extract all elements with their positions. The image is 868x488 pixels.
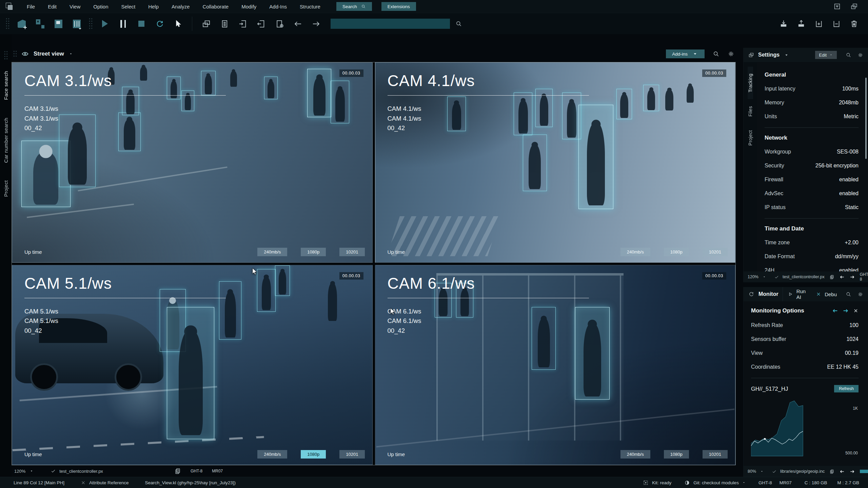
tab-debug[interactable]: Debu: [816, 287, 842, 301]
forward-arrow-icon[interactable]: [850, 469, 855, 474]
camera-feed-cam5[interactable]: CAM 5.1/ws CAM 5.1/ws CAM 5.1/ws 00_42 0…: [12, 265, 373, 465]
addins-button[interactable]: Add-ins: [666, 49, 705, 58]
trash-icon[interactable]: [850, 19, 859, 28]
remove-box-icon[interactable]: [832, 19, 841, 28]
menu-view[interactable]: View: [63, 4, 87, 9]
camera-feed-cam3[interactable]: CAM 3.1/ws CAM 3.1/ws CAM 3.1/ws 00_42 0…: [12, 62, 373, 263]
toolbar-drag-handle-2[interactable]: [88, 18, 93, 30]
settings-gear-icon[interactable]: [857, 52, 863, 58]
menu-edit[interactable]: Edit: [41, 4, 63, 9]
monitor-row[interactable]: View00.19: [751, 350, 859, 356]
setting-row[interactable]: Date Formatdd/mm/yy: [765, 253, 859, 260]
settings-scrollbar[interactable]: [865, 78, 867, 159]
copy-icon[interactable]: [829, 274, 834, 280]
shape-tool-button[interactable]: [15, 17, 28, 30]
back-arrow-icon[interactable]: [840, 274, 845, 280]
search-button[interactable]: Search: [336, 2, 372, 11]
chevron-down-icon[interactable]: [784, 52, 789, 58]
import-page-button[interactable]: [236, 17, 249, 30]
tab-run-ai[interactable]: Run AI: [783, 287, 812, 301]
settings-zoom-control[interactable]: 120%: [748, 274, 766, 279]
camera-feed-cam4[interactable]: CAM 4.1/ws CAM 4.1/ws CAM 4.1/ws 00_42 0…: [375, 62, 736, 263]
setting-row[interactable]: 24Henabled: [765, 267, 859, 271]
back-arrow-icon[interactable]: [840, 469, 845, 474]
play-button[interactable]: [98, 17, 111, 30]
upload-icon[interactable]: [797, 19, 806, 28]
camera-feed-cam6[interactable]: CAM 6.1/ws CAM 6.1/ws CAM 6.1/ws 00_42 0…: [375, 265, 736, 465]
refresh-button[interactable]: Refresh: [834, 385, 859, 392]
viewport-search-icon[interactable]: [713, 50, 719, 57]
menu-analyze[interactable]: Analyze: [165, 4, 196, 9]
objects-tool-button[interactable]: [34, 17, 46, 30]
menu-collaborate[interactable]: Collaborate: [196, 4, 235, 9]
levels-tool-button[interactable]: [70, 17, 83, 30]
menu-help[interactable]: Help: [142, 4, 165, 9]
extensions-button[interactable]: Extensions: [381, 2, 416, 11]
zoom-control[interactable]: 120%: [14, 469, 34, 474]
setting-row[interactable]: Firewallenabled: [765, 177, 859, 183]
copy-icon[interactable]: [174, 468, 181, 474]
tab-project[interactable]: Project: [748, 123, 753, 152]
export-page-button[interactable]: [255, 17, 268, 30]
setting-row[interactable]: UnitsMetric: [765, 114, 859, 120]
tab-files[interactable]: Files: [748, 99, 753, 123]
viewport-gear-icon[interactable]: [728, 50, 734, 57]
menu-select[interactable]: Select: [115, 4, 142, 9]
tab-tracking[interactable]: Tracking: [748, 67, 753, 99]
forward-arrow-icon[interactable]: [850, 274, 855, 280]
git-status[interactable]: Git: checkout modules: [684, 480, 746, 486]
nav-back-button[interactable]: [291, 17, 304, 30]
select-cursor-button[interactable]: [172, 17, 184, 30]
setting-row[interactable]: WorkgroupSES-008: [765, 149, 859, 155]
monitor-row[interactable]: Refresh Rate100: [751, 322, 859, 328]
monitor-gear-icon[interactable]: [857, 291, 863, 297]
chevron-down-icon[interactable]: [69, 52, 73, 56]
viewport-drag-handle[interactable]: [13, 50, 17, 58]
close-icon[interactable]: [853, 308, 859, 313]
monitor-zoom-control[interactable]: 80%: [748, 469, 764, 474]
prev-arrow-icon[interactable]: [832, 308, 838, 314]
setting-row[interactable]: Memory2048mb: [765, 100, 859, 106]
menu-structure[interactable]: Structure: [293, 4, 327, 9]
loop-button[interactable]: [153, 17, 166, 30]
active-file[interactable]: test_clientcontroller.px: [51, 468, 103, 474]
toolbar-search-input[interactable]: [331, 19, 450, 29]
menu-modify[interactable]: Modify: [235, 4, 263, 9]
left-rail-drag-handle[interactable]: [4, 50, 8, 59]
stop-button[interactable]: [135, 17, 148, 30]
menu-option[interactable]: Option: [87, 4, 115, 9]
setting-row[interactable]: IP statusStatic: [765, 204, 859, 210]
toolbar-search-icon[interactable]: [455, 20, 462, 27]
sidebar-item-project[interactable]: Project: [3, 171, 9, 206]
document-list-button[interactable]: [218, 17, 231, 30]
settings-search-icon[interactable]: [846, 52, 851, 58]
panel-tool-button[interactable]: [52, 17, 65, 30]
setting-row[interactable]: Security256-bit encryption: [765, 163, 859, 169]
monitor-footer-scrollbar[interactable]: [860, 470, 868, 473]
settings-active-file[interactable]: test_clientcontroller.px: [774, 274, 825, 280]
next-arrow-icon[interactable]: [843, 308, 849, 314]
menu-file[interactable]: File: [20, 4, 41, 9]
attribute-reference-status[interactable]: Attribute Reference: [81, 480, 129, 485]
window-layers-icon[interactable]: [850, 3, 858, 10]
nav-forward-button[interactable]: [310, 17, 322, 30]
setting-row[interactable]: AdvSecenabled: [765, 190, 859, 197]
edit-button[interactable]: Edit: [815, 51, 837, 59]
sidebar-item-face-search[interactable]: Face search: [3, 62, 9, 109]
monitor-row[interactable]: CoordinatesEE 12 HK 45: [751, 364, 859, 370]
setting-row[interactable]: Input latency100ms: [765, 86, 859, 92]
monitor-active-file[interactable]: libraries/geoip/geoip.inc: [772, 469, 825, 474]
add-box-icon[interactable]: [814, 19, 823, 28]
download-icon[interactable]: [779, 19, 788, 28]
filter-view-icon[interactable]: [833, 3, 841, 10]
monitor-row[interactable]: Sensors buffer1024: [751, 336, 859, 342]
new-page-button[interactable]: [273, 17, 286, 30]
pause-button[interactable]: [117, 17, 130, 30]
toolbar-drag-handle[interactable]: [5, 18, 10, 30]
kit-status[interactable]: Kit: ready: [643, 480, 671, 486]
monitor-search-icon[interactable]: [846, 291, 851, 297]
windows-button[interactable]: [200, 17, 213, 30]
sidebar-item-car-number-search[interactable]: Car number search: [3, 109, 9, 172]
menu-add-ins[interactable]: Add-Ins: [263, 4, 293, 9]
copy-icon[interactable]: [829, 469, 834, 474]
